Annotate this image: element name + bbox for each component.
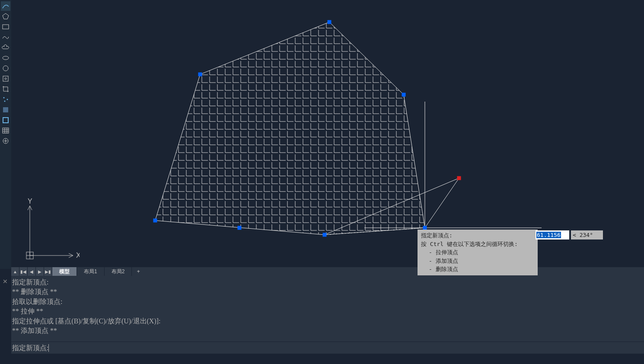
tab-bar: ▲ ▮◀ ◀ ▶ ▶▮ 模型布局1布局2 + bbox=[11, 267, 644, 276]
svg-point-3 bbox=[3, 66, 8, 71]
svg-rect-10 bbox=[3, 118, 8, 123]
svg-rect-1 bbox=[3, 25, 9, 29]
active-grip[interactable] bbox=[457, 176, 461, 180]
history-line: ** 添加顶点 ** bbox=[12, 326, 643, 335]
command-prompt: 指定新顶点: bbox=[12, 344, 48, 353]
tool-boundary[interactable] bbox=[1, 115, 10, 125]
tool-pentagon[interactable] bbox=[1, 12, 10, 21]
svg-line-20 bbox=[325, 178, 459, 235]
tab-nav-prev[interactable]: ◀ bbox=[28, 267, 36, 276]
angle-prefix: < bbox=[573, 232, 576, 238]
command-input-bar[interactable]: 指定新顶点: bbox=[11, 342, 644, 354]
svg-point-5 bbox=[5, 78, 6, 80]
tab-0[interactable]: 模型 bbox=[52, 267, 77, 276]
tool-table[interactable] bbox=[1, 126, 10, 135]
svg-rect-4 bbox=[3, 76, 8, 81]
tooltip-line1: 指定新顶点: bbox=[421, 231, 534, 240]
svg-point-7 bbox=[7, 99, 8, 100]
tab-nav-first[interactable]: ▮◀ bbox=[19, 267, 28, 276]
angle-value: 234° bbox=[580, 232, 593, 238]
tool-rectangle[interactable] bbox=[1, 22, 10, 32]
vertex-grip[interactable] bbox=[328, 20, 332, 24]
tool-spline[interactable] bbox=[1, 32, 10, 42]
history-line: 指定新顶点: bbox=[12, 278, 643, 287]
tool-ellipse[interactable] bbox=[1, 53, 10, 63]
tab-add-button[interactable]: + bbox=[132, 267, 145, 276]
tab-nav-up[interactable]: ▲ bbox=[11, 267, 19, 276]
tab-nav-next[interactable]: ▶ bbox=[36, 267, 44, 276]
dynamic-input-angle[interactable]: < 234° bbox=[571, 230, 603, 239]
tool-gradient[interactable] bbox=[1, 105, 10, 115]
history-line: ** 删除顶点 ** bbox=[12, 287, 643, 297]
vertex-grip[interactable] bbox=[323, 233, 327, 237]
dynamic-input-distance[interactable]: 61.1156 bbox=[536, 230, 569, 239]
tooltip-opt2: - 添加顶点 bbox=[421, 257, 534, 265]
tool-region[interactable] bbox=[1, 136, 10, 146]
svg-rect-11 bbox=[3, 128, 9, 133]
tool-crop[interactable] bbox=[1, 84, 10, 94]
svg-rect-9 bbox=[3, 107, 8, 112]
dynamic-tooltip: 指定新顶点: 按 Ctrl 键在以下选项之间循环切换: - 拉伸顶点 - 添加顶… bbox=[418, 230, 538, 275]
tab-1[interactable]: 布局1 bbox=[77, 267, 105, 276]
svg-point-2 bbox=[3, 56, 9, 60]
vertex-grip[interactable] bbox=[198, 73, 202, 77]
left-toolbar bbox=[0, 0, 11, 269]
command-history-close[interactable]: ✕ bbox=[3, 278, 8, 285]
svg-point-6 bbox=[3, 97, 5, 99]
tooltip-line2: 按 Ctrl 键在以下选项之间循环切换: bbox=[421, 240, 534, 249]
tab-2[interactable]: 布局2 bbox=[105, 267, 132, 276]
tooltip-opt1: - 拉伸顶点 bbox=[421, 248, 534, 257]
history-line: 拾取以删除顶点: bbox=[12, 297, 643, 307]
history-line: ** 拉伸 ** bbox=[12, 307, 643, 316]
tab-nav-last[interactable]: ▶▮ bbox=[44, 267, 52, 276]
tool-point-style[interactable] bbox=[1, 95, 10, 104]
command-input[interactable] bbox=[49, 344, 644, 352]
svg-marker-0 bbox=[3, 13, 9, 19]
vertex-grip[interactable] bbox=[238, 226, 242, 230]
history-line: 指定拉伸点或 [基点(B)/复制(C)/放弃(U)/退出(X)]: bbox=[12, 316, 643, 326]
tooltip-opt3: - 删除顶点 bbox=[421, 265, 534, 274]
svg-line-19 bbox=[425, 178, 459, 228]
distance-value: 61.1156 bbox=[536, 232, 561, 238]
vertex-grip[interactable] bbox=[153, 219, 157, 223]
tool-cloud[interactable] bbox=[1, 43, 10, 52]
command-history: 指定新顶点:** 删除顶点 **拾取以删除顶点:** 拉伸 **指定拉伸点或 [… bbox=[11, 276, 644, 344]
bottom-strip bbox=[0, 354, 644, 364]
drawing-canvas[interactable]: Y X bbox=[11, 0, 644, 267]
svg-point-8 bbox=[4, 101, 6, 102]
tool-hatch-settings[interactable] bbox=[1, 74, 10, 83]
tool-circle[interactable] bbox=[1, 64, 10, 73]
tool-arc[interactable] bbox=[1, 1, 10, 11]
vertex-grip[interactable] bbox=[402, 93, 406, 97]
